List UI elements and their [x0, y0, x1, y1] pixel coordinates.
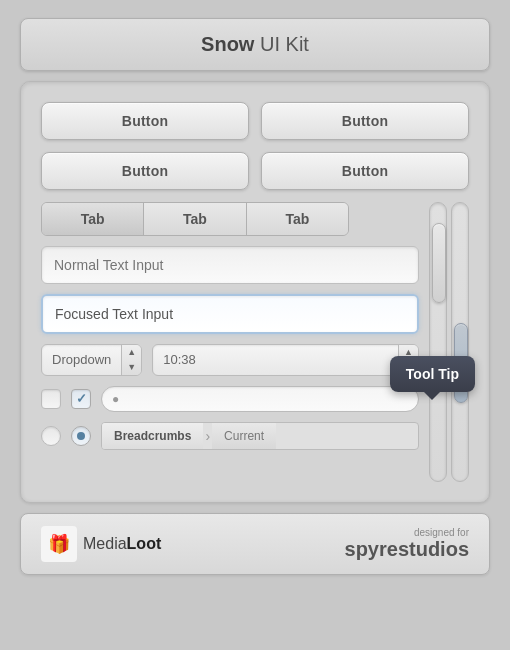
medialoot-text: MediaLoot	[83, 535, 161, 553]
breadcrumb-current: Current	[212, 423, 276, 449]
radio-empty-wrap[interactable]	[41, 426, 61, 446]
spyre-name: spyrestudios	[345, 538, 469, 560]
focused-text-input[interactable]	[41, 294, 419, 334]
checkbox-checked[interactable]: ✓	[71, 389, 91, 409]
normal-text-input[interactable]	[41, 246, 419, 284]
inputs-area: Tab Tab Tab Dropdown ▲ ▼ 10:38	[41, 202, 419, 482]
radio-selected-wrap[interactable]	[71, 426, 91, 446]
checkbox-empty-wrap[interactable]	[41, 389, 61, 409]
radio-empty[interactable]	[41, 426, 61, 446]
footer: 🎁 MediaLoot designed for spyrestudios	[20, 513, 490, 575]
tab-1[interactable]: Tab	[42, 203, 144, 235]
designed-for-label: designed for	[345, 527, 469, 538]
medialoot-loot: Loot	[127, 535, 162, 552]
medialoot-media: Media	[83, 535, 127, 552]
button-3[interactable]: Button	[41, 152, 249, 190]
control-row: Dropdown ▲ ▼ 10:38 ▲ ▼	[41, 344, 419, 376]
buttons-row-1: Button Button	[41, 102, 469, 140]
dropdown[interactable]: Dropdown ▲ ▼	[41, 344, 142, 376]
radio-dot	[77, 432, 85, 440]
time-value: 10:38	[153, 345, 398, 374]
spyre-name-text: spyrestudios	[345, 538, 469, 560]
scrollbar-track-2[interactable]	[451, 202, 469, 482]
header-title: Snow UI Kit	[20, 18, 490, 71]
time-picker[interactable]: 10:38 ▲ ▼	[152, 344, 419, 376]
spyre-brand: designed for spyrestudios	[345, 527, 469, 561]
dropdown-up-arrow[interactable]: ▲	[122, 345, 141, 360]
checkbox-checked-wrap[interactable]: ✓	[71, 389, 91, 409]
button-4[interactable]: Button	[261, 152, 469, 190]
search-wrap[interactable]: ●	[101, 386, 419, 412]
dropdown-label: Dropdown	[42, 345, 121, 374]
medialoot-brand: 🎁 MediaLoot	[41, 526, 161, 562]
dropdown-down-arrow[interactable]: ▼	[122, 360, 141, 375]
tooltip-wrap: Tool Tip	[390, 356, 475, 392]
search-icon: ●	[112, 392, 119, 406]
button-2[interactable]: Button	[261, 102, 469, 140]
scrollbar-track-1[interactable]	[429, 202, 447, 482]
scrollbar-area	[429, 202, 469, 482]
buttons-row-2: Button Button	[41, 152, 469, 190]
breadcrumb-separator: ›	[203, 428, 212, 444]
medialoot-icon: 🎁	[41, 526, 77, 562]
breadcrumbs-row: Breadcrumbs › Current	[41, 422, 419, 450]
dropdown-arrows[interactable]: ▲ ▼	[121, 345, 141, 375]
breadcrumb-wrap: Breadcrumbs › Current	[101, 422, 419, 450]
header-title-bold: Snow	[201, 33, 254, 55]
checkbox-empty[interactable]	[41, 389, 61, 409]
header-title-rest: UI Kit	[254, 33, 308, 55]
button-1[interactable]: Button	[41, 102, 249, 140]
main-panel: Button Button Button Button Tab Tab Tab …	[20, 81, 490, 503]
tabs-row: Tab Tab Tab	[41, 202, 349, 236]
content-area: Tab Tab Tab Dropdown ▲ ▼ 10:38	[41, 202, 469, 482]
breadcrumb-item[interactable]: Breadcrumbs	[102, 423, 203, 449]
tab-3[interactable]: Tab	[247, 203, 348, 235]
scrollbar-thumb-1[interactable]	[432, 223, 446, 303]
tab-2[interactable]: Tab	[144, 203, 246, 235]
checkbox-search-row: ✓ ●	[41, 386, 419, 412]
radio-selected[interactable]	[71, 426, 91, 446]
tooltip: Tool Tip	[390, 356, 475, 392]
